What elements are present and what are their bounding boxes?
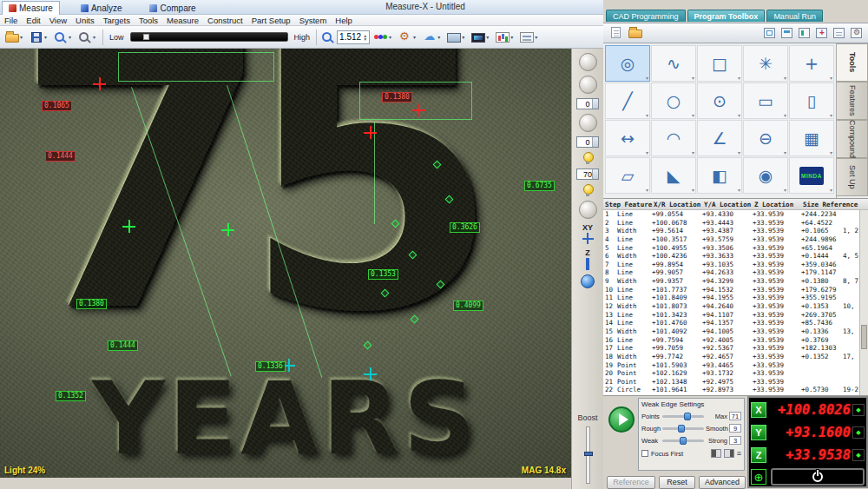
table-row[interactable]: 22Circle+101.9641+92.8973+33.9539+0.5730… [603,386,859,394]
tool-dropdown-icon[interactable]: ▾ [784,112,786,118]
tool-sphere[interactable]: ◉▾ [743,157,788,194]
tool-point[interactable]: ⊙▾ [697,83,742,119]
scrollbar-thumb[interactable] [861,325,867,349]
menu-tools[interactable]: Tools [135,16,162,25]
tool-dropdown-icon[interactable]: ▾ [646,149,648,155]
tool-dropdown-icon[interactable]: ▾ [830,187,832,193]
screen-view-button[interactable]: ▾ [444,30,467,44]
zoom-step-spinner[interactable]: 0 [576,98,599,109]
tool-minda[interactable]: MINDA▾ [789,157,834,194]
table-row[interactable]: 9Width+99.9357+94.3299+33.9539+0.13808, … [603,277,859,286]
rough-slider[interactable] [662,427,704,430]
tool-dropdown-icon[interactable]: ▾ [646,187,648,193]
light-level-thumb[interactable] [143,34,149,40]
light-level-slider[interactable] [130,32,288,42]
edge-polarity-dark-to-light-icon[interactable] [711,449,721,458]
table-row[interactable]: 6Width+100.4236+93.3633+33.9539+0.14444,… [603,252,859,261]
top-light-button[interactable] [582,152,593,164]
target-window-button[interactable] [814,25,829,42]
menu-help[interactable]: Help [331,16,357,25]
layout-header-button[interactable] [779,25,794,42]
table-row[interactable]: 15Width+101.4092+94.1005+33.9539+0.13361… [603,327,859,336]
tool-plane[interactable]: ▱▾ [605,157,650,194]
menu-system[interactable]: System [295,16,332,25]
tool-dropdown-icon[interactable]: ▾ [738,75,740,81]
spin-arrows-icon[interactable] [592,137,598,147]
boost-slider-thumb[interactable] [584,452,593,456]
tool-dropdown-icon[interactable]: ▾ [830,149,832,155]
run-play-button[interactable] [608,406,635,433]
tool-dropdown-icon[interactable]: ▾ [646,75,648,81]
toolbox-tab-features[interactable]: Features [837,82,868,120]
new-program-button[interactable] [608,25,624,42]
table-row[interactable]: 3Width+99.5614+93.4387+33.9539+0.10651, … [603,227,859,235]
light-intensity-spinner[interactable]: 70 [576,169,599,180]
report-window-button[interactable] [832,25,846,42]
settings-button[interactable]: ▾ [396,30,418,45]
y-axis-goto-button[interactable]: ◆ [852,426,865,439]
tool-dropdown-icon[interactable]: ▾ [738,112,740,118]
goto-target-button[interactable]: ⊕ [751,469,766,485]
x-axis-goto-button[interactable]: ◆ [852,404,865,416]
menu-measure[interactable]: Measure [162,16,203,25]
jog-down-button[interactable] [579,76,597,94]
table-row[interactable]: 7Line+99.8954+93.1035+33.9539+359.0346 [603,261,859,269]
layout-sidebar-button[interactable] [797,25,812,42]
reference-button[interactable]: Reference [607,476,655,489]
toolbox-tab-tools[interactable]: Tools [837,43,868,82]
tool-dropdown-icon[interactable]: ▾ [646,112,648,118]
tool-dropdown-icon[interactable]: ▾ [830,112,832,118]
machine-power-button[interactable] [771,468,865,486]
table-row[interactable]: 4Line+100.3517+93.5759+33.9539+244.9896 [603,235,859,244]
edge-polarity-light-to-dark-icon[interactable] [724,449,734,458]
table-row[interactable]: 18Width+99.7742+92.4657+33.9539+0.135217… [603,353,859,361]
tool-dropdown-icon[interactable]: ▾ [738,149,740,155]
menu-part-setup[interactable]: Part Setup [247,16,295,25]
table-row[interactable]: 14Line+101.4760+94.1357+33.9539+85.7436 [603,319,859,327]
tool-dropdown-icon[interactable]: ▾ [784,75,786,81]
tool-dropdown-icon[interactable]: ▾ [830,75,832,81]
results-table-scrollbar[interactable] [859,210,868,395]
tool-dropdown-icon[interactable]: ▾ [692,112,694,118]
tool-line[interactable]: ╱▾ [605,83,650,119]
tool-arc[interactable]: ◠▾ [651,120,696,156]
tool-dropdown-icon[interactable]: ▾ [692,75,694,81]
table-row[interactable]: 11Line+101.8409+94.1955+33.9539+355.9195 [603,294,859,302]
open-program-button[interactable] [627,25,644,42]
tool-dropdown-icon[interactable]: ▾ [784,149,786,155]
menu-targets[interactable]: Targets [99,16,135,25]
table-row[interactable]: 20Point+102.1629+93.1732+33.9539 [603,369,859,378]
video-view-button[interactable]: ▾ [469,30,491,44]
tool-weak-edge-trace[interactable]: ∿▾ [651,45,696,82]
table-row[interactable]: 2Line+100.0678+93.4443+33.9539+64.4522 [603,219,859,228]
toolbox-tab-compound[interactable]: Compound [837,120,868,158]
illumination-button[interactable]: ▾ [420,30,443,45]
weak-slider[interactable] [662,439,704,442]
table-row[interactable]: 1Line+99.0554+93.4330+33.9539+244.2234 [603,210,859,219]
tool-dropdown-icon[interactable]: ▾ [738,187,740,193]
layout-window-button[interactable] [762,25,777,42]
tool-focus-target[interactable]: ◎▾ [605,45,650,82]
table-row[interactable]: 19Point+101.5903+93.4465+33.9539 [603,361,859,370]
tool-angle[interactable]: ∠▾ [697,120,742,156]
tool-prism[interactable]: ◧▾ [697,157,742,194]
focus-button[interactable] [579,114,597,132]
spin-arrows-icon[interactable] [592,169,598,179]
spin-arrows-icon[interactable] [592,99,598,109]
color-button[interactable]: ▾ [372,30,394,45]
tool-calculator[interactable]: ▦▾ [789,120,834,156]
ribbon-tab-measure[interactable]: Measure [2,1,60,15]
points-slider-thumb[interactable] [684,413,691,420]
z-axis-control[interactable]: Z [585,248,590,270]
save-button[interactable]: ▾ [27,30,49,45]
tool-slot[interactable]: ▭▾ [743,83,788,119]
open-button[interactable]: ▾ [3,30,25,44]
z-axis-goto-button[interactable]: ◆ [852,449,865,461]
table-row[interactable]: 8Line+99.9057+94.2633+33.9539+179.1147 [603,268,859,277]
overlay-view-button[interactable]: ▾ [517,30,540,44]
weak-slider-thumb[interactable] [680,437,687,445]
menu-units[interactable]: Units [71,16,99,25]
rough-slider-thumb[interactable] [678,425,685,433]
menu-edit[interactable]: Edit [22,16,44,25]
tool-dropdown-icon[interactable]: ▾ [692,187,694,193]
